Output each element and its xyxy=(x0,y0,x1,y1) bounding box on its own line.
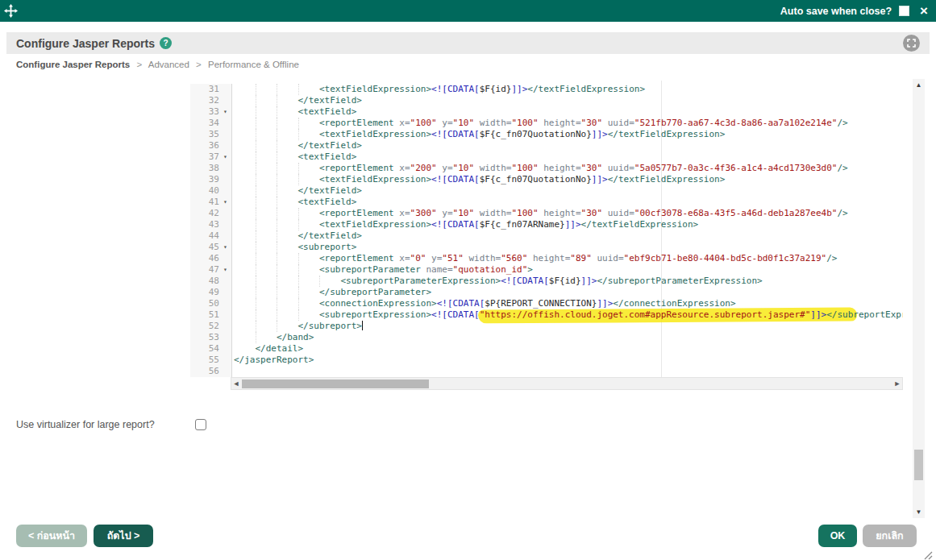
code-line[interactable]: 39<textFieldExpression><![CDATA[$F{c_fn0… xyxy=(190,174,903,185)
code-text: <connectionExpression><![CDATA[$P{REPORT… xyxy=(232,298,736,309)
fold-spacer xyxy=(219,208,231,219)
dialog-vertical-scrollbar[interactable]: ▲ ▼ xyxy=(913,79,925,518)
code-line[interactable]: 35<textFieldExpression><![CDATA[$F{c_fn0… xyxy=(190,129,903,140)
line-number: 31 xyxy=(190,84,219,95)
vertical-scroll-thumb[interactable] xyxy=(914,450,923,480)
previous-button[interactable]: < ก่อนหน้า xyxy=(16,525,87,547)
fold-spacer xyxy=(219,140,231,151)
code-text: <reportElement x="100" y="10" width="100… xyxy=(232,118,848,129)
gutter-cell: 49 xyxy=(190,287,232,298)
code-text: <textField> xyxy=(232,151,356,163)
line-number: 45 xyxy=(190,242,219,253)
line-number: 40 xyxy=(190,185,219,197)
line-number: 34 xyxy=(190,118,219,129)
jrxml-code-editor[interactable]: 31<textFieldExpression><![CDATA[$F{id}]]… xyxy=(190,81,903,391)
line-number: 43 xyxy=(190,219,219,230)
code-text: </textField> xyxy=(232,185,362,197)
fold-spacer xyxy=(219,129,231,140)
editor-horizontal-scrollbar[interactable]: ◄ ► xyxy=(231,377,903,390)
line-number: 44 xyxy=(190,230,219,242)
cancel-button[interactable]: ยกเลิก xyxy=(863,525,917,547)
code-line[interactable]: 36</textField> xyxy=(190,140,903,151)
code-line[interactable]: 41▾<textField> xyxy=(190,197,903,208)
gutter-cell: 46 xyxy=(190,253,232,264)
scroll-right-icon[interactable]: ► xyxy=(892,378,902,389)
line-number: 54 xyxy=(190,343,219,355)
gutter-cell: 45▾ xyxy=(190,242,232,253)
virtualizer-option-row: Use virtualizer for large report? xyxy=(16,419,206,430)
gutter-cell: 54 xyxy=(190,343,232,355)
gutter-cell: 36 xyxy=(190,140,232,151)
fold-spacer xyxy=(219,332,231,343)
code-line[interactable]: 32</textField> xyxy=(190,95,903,106)
fold-toggle-icon[interactable]: ▾ xyxy=(219,197,231,208)
line-number: 36 xyxy=(190,140,219,151)
fold-spacer xyxy=(219,298,231,309)
fold-spacer xyxy=(219,355,231,366)
code-line[interactable]: 42<reportElement x="300" y="10" width="1… xyxy=(190,208,903,219)
code-text: <textFieldExpression><![CDATA[$F{id}]]><… xyxy=(232,84,645,95)
fullscreen-icon[interactable] xyxy=(903,35,920,52)
code-text: <textFieldExpression><![CDATA[$F{c_fn07Q… xyxy=(232,174,725,185)
virtualizer-label: Use virtualizer for large report? xyxy=(16,419,195,430)
fold-spacer xyxy=(219,321,231,332)
code-line[interactable]: 54</detail> xyxy=(190,343,903,355)
gutter-cell: 42 xyxy=(190,208,232,219)
code-line[interactable]: 38<reportElement x="200" y="10" width="1… xyxy=(190,163,903,174)
fold-spacer xyxy=(219,95,231,106)
code-line[interactable]: 40</textField> xyxy=(190,185,903,197)
gutter-cell: 47▾ xyxy=(190,264,232,276)
line-number: 46 xyxy=(190,253,219,264)
code-line[interactable]: 52</subreport> xyxy=(190,321,903,332)
dialog-titlebar: Auto save when close? × xyxy=(0,0,936,22)
gutter-cell: 56 xyxy=(190,366,232,377)
code-line[interactable]: 53</band> xyxy=(190,332,903,343)
line-number: 42 xyxy=(190,208,219,219)
code-line[interactable]: 48<subreportParameterExpression><![CDATA… xyxy=(190,276,903,287)
code-line[interactable]: 56 xyxy=(190,366,903,377)
code-line[interactable]: 43<textFieldExpression><![CDATA[$F{c_fn0… xyxy=(190,219,903,230)
code-line[interactable]: 31<textFieldExpression><![CDATA[$F{id}]]… xyxy=(190,84,903,95)
code-line[interactable]: 46<reportElement x="0" y="51" width="560… xyxy=(190,253,903,264)
code-line[interactable]: 37▾<textField> xyxy=(190,151,903,163)
help-icon[interactable]: ? xyxy=(160,37,172,49)
move-icon[interactable] xyxy=(4,4,18,18)
breadcrumb-separator: > xyxy=(136,60,142,69)
code-text: <textFieldExpression><![CDATA[$F{c_fn07A… xyxy=(232,219,698,230)
fold-toggle-icon[interactable]: ▾ xyxy=(219,264,231,276)
gutter-cell: 39 xyxy=(190,174,232,185)
code-line[interactable]: 45▾<subreport> xyxy=(190,242,903,253)
code-line[interactable]: 49</subreportParameter> xyxy=(190,287,903,298)
code-line[interactable]: 50<connectionExpression><![CDATA[$P{REPO… xyxy=(190,298,903,309)
code-text: </textField> xyxy=(232,230,362,242)
code-lines: 31<textFieldExpression><![CDATA[$F{id}]]… xyxy=(190,81,903,377)
next-button[interactable]: ถัดไป > xyxy=(94,525,153,547)
breadcrumb-item-advanced[interactable]: Advanced xyxy=(148,60,189,69)
code-line[interactable]: 34<reportElement x="100" y="10" width="1… xyxy=(190,118,903,129)
fold-spacer xyxy=(219,276,231,287)
breadcrumb-item-root[interactable]: Configure Jasper Reports xyxy=(16,60,130,69)
scroll-left-icon[interactable]: ◄ xyxy=(231,378,241,389)
autosave-checkbox[interactable] xyxy=(899,6,909,16)
horizontal-scroll-thumb[interactable] xyxy=(242,380,429,388)
fold-spacer xyxy=(219,309,231,321)
fold-toggle-icon[interactable]: ▾ xyxy=(219,106,231,118)
fold-toggle-icon[interactable]: ▾ xyxy=(219,151,231,163)
code-line[interactable]: 55</jasperReport> xyxy=(190,355,903,366)
resize-grip-icon[interactable] xyxy=(922,549,933,560)
code-line[interactable]: 44</textField> xyxy=(190,230,903,242)
code-line[interactable]: 33▾<textField> xyxy=(190,106,903,118)
code-line[interactable]: 51<subreportExpression><![CDATA["https:/… xyxy=(190,309,903,321)
gutter-cell: 44 xyxy=(190,230,232,242)
fold-toggle-icon[interactable]: ▾ xyxy=(219,242,231,253)
scroll-up-icon[interactable]: ▲ xyxy=(913,81,925,89)
code-line[interactable]: 47▾<subreportParameter name="quotation_i… xyxy=(190,264,903,276)
gutter-cell: 55 xyxy=(190,355,232,366)
scroll-down-icon[interactable]: ▼ xyxy=(913,508,925,516)
ok-button[interactable]: OK xyxy=(818,525,857,547)
breadcrumb-item-performance[interactable]: Performance & Offline xyxy=(208,60,299,69)
code-text: <textFieldExpression><![CDATA[$F{c_fn07Q… xyxy=(232,129,725,140)
virtualizer-checkbox[interactable] xyxy=(195,419,206,430)
breadcrumb-separator: > xyxy=(196,60,202,69)
close-icon[interactable]: × xyxy=(920,4,928,18)
